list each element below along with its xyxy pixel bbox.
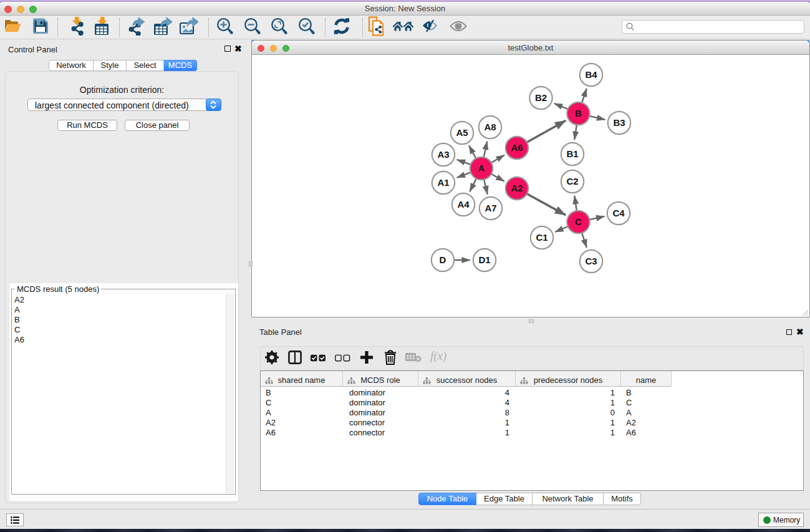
svg-text:A7: A7	[485, 203, 496, 213]
svg-text:A2: A2	[511, 183, 523, 193]
svg-text:B2: B2	[535, 92, 547, 103]
svg-text:A4: A4	[457, 199, 470, 210]
svg-text:C4: C4	[612, 208, 625, 218]
svg-text:B1: B1	[566, 148, 578, 159]
svg-text:A8: A8	[484, 122, 496, 132]
svg-text:B4: B4	[585, 69, 597, 80]
svg-text:A6: A6	[511, 142, 523, 153]
svg-text:C: C	[575, 216, 582, 227]
svg-text:A3: A3	[437, 149, 449, 160]
svg-text:D: D	[440, 254, 446, 265]
svg-text:B3: B3	[613, 117, 625, 128]
svg-text:D1: D1	[478, 254, 490, 265]
svg-text:C2: C2	[566, 176, 578, 186]
svg-text:C1: C1	[536, 232, 547, 243]
svg-text:A1: A1	[437, 177, 449, 188]
svg-text:B: B	[575, 108, 582, 118]
svg-text:A5: A5	[456, 127, 468, 138]
svg-text:C3: C3	[585, 256, 597, 266]
svg-text:A: A	[478, 163, 485, 173]
